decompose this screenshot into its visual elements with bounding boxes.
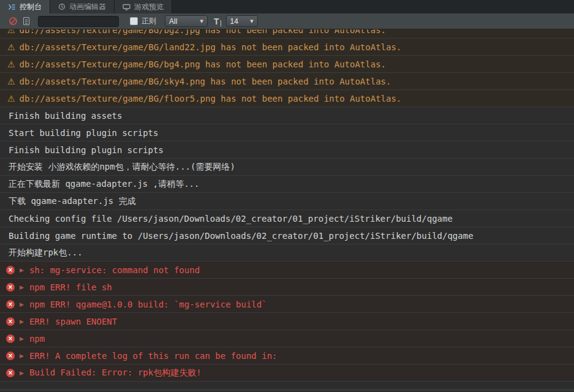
warning-icon: ⚠ bbox=[7, 94, 15, 103]
error-icon: × bbox=[6, 300, 15, 309]
error-icon: × bbox=[6, 266, 15, 274]
log-message: 下载 qgame-adapter.js 完成 bbox=[9, 196, 136, 207]
console-toolbar: 正则 All ▼ T 14 ▼ bbox=[0, 13, 574, 29]
log-row-info[interactable]: Checking config file /Users/jason/Downlo… bbox=[0, 210, 574, 227]
log-message: Build Failed: Error: rpk包构建失败! bbox=[29, 368, 202, 379]
chevron-down-icon: ▼ bbox=[250, 19, 253, 24]
collapse-log-button[interactable] bbox=[20, 15, 33, 28]
expand-arrow-icon[interactable]: ▶ bbox=[20, 318, 24, 325]
clear-console-button[interactable] bbox=[6, 15, 20, 28]
log-row-warn[interactable]: ⚠db://assets/Texture/game/BG/land22.jpg … bbox=[0, 39, 574, 56]
log-row-info[interactable]: 正在下载最新 qgame-adapter.js ,请稍等... bbox=[0, 176, 574, 193]
warning-icon: ⚠ bbox=[7, 43, 15, 51]
tab-label: 控制台 bbox=[20, 2, 42, 12]
log-message: npm bbox=[29, 334, 45, 344]
log-row-error[interactable]: ×▶ERR! spawn ENOENT bbox=[0, 313, 574, 330]
log-row-info[interactable]: 下载 qgame-adapter.js 完成 bbox=[0, 193, 574, 210]
log-message: 开始安装 小游戏依赖的npm包，请耐心等待...(需要网络) bbox=[9, 162, 235, 173]
document-icon bbox=[23, 17, 29, 25]
log-message: ERR! A complete log of this run can be f… bbox=[29, 351, 278, 361]
warning-icon: ⚠ bbox=[7, 60, 15, 69]
log-message: Building game runtime to /Users/jason/Do… bbox=[9, 231, 474, 241]
log-row-info[interactable]: Start building plugin scripts bbox=[0, 124, 574, 141]
clear-icon bbox=[9, 17, 17, 25]
log-row-warn[interactable]: ⚠db://assets/Texture/game/BG/sky4.png ha… bbox=[0, 73, 574, 90]
expand-arrow-icon[interactable]: ▶ bbox=[20, 267, 24, 273]
log-message: 开始构建rpk包... bbox=[9, 247, 83, 258]
log-row-error[interactable]: ×▶npm ERR! file sh bbox=[0, 279, 574, 296]
log-message: db://assets/Texture/game/BG/land22.jpg h… bbox=[20, 42, 402, 52]
log-message: 正在下载最新 qgame-adapter.js ,请稍等... bbox=[9, 179, 199, 190]
regex-label: 正则 bbox=[142, 16, 156, 26]
expand-arrow-icon[interactable]: ▶ bbox=[20, 353, 24, 359]
log-row-error[interactable]: ×▶npm ERR! qgame@1.0.0 build: `mg-servic… bbox=[0, 296, 574, 313]
log-row-info[interactable]: Finish building assets bbox=[0, 107, 574, 124]
log-message: db://assets/Texture/game/BG/bg2.jpg has … bbox=[20, 29, 386, 35]
log-message: Checking config file /Users/jason/Downlo… bbox=[9, 214, 453, 224]
log-list: ⚠db://assets/Texture/game/BG/bg2.jpg has… bbox=[0, 29, 574, 392]
log-row-warn[interactable]: ⚠db://assets/Texture/game/BG/bg2.jpg has… bbox=[0, 29, 574, 39]
log-row-warn[interactable]: ⚠db://assets/Texture/game/BG/floor5.png … bbox=[0, 90, 574, 107]
log-row-error[interactable]: ×▶ERR! A complete log of this run can be… bbox=[0, 347, 574, 364]
preview-icon bbox=[123, 4, 130, 10]
log-message: ERR! spawn ENOENT bbox=[29, 317, 117, 326]
log-row-error[interactable]: ×▶sh: mg-service: command not found bbox=[0, 262, 574, 279]
tab-console[interactable]: 控制台 bbox=[0, 0, 50, 13]
font-size-icon: T bbox=[214, 17, 221, 26]
error-icon: × bbox=[6, 317, 15, 326]
chevron-down-icon: ▼ bbox=[200, 19, 203, 24]
log-row-info[interactable]: 开始构建rpk包... bbox=[0, 244, 574, 262]
log-message: Finish building plugin scripts bbox=[9, 145, 164, 155]
error-icon: × bbox=[6, 283, 15, 292]
log-message: npm ERR! qgame@1.0.0 build: `mg-service … bbox=[29, 300, 267, 309]
warning-icon: ⚠ bbox=[7, 77, 15, 86]
font-size-select[interactable]: 14 ▼ bbox=[226, 15, 258, 27]
log-filter-select[interactable]: All ▼ bbox=[165, 15, 208, 27]
log-row-info[interactable]: Finish building plugin scripts bbox=[0, 141, 574, 159]
tab-game-preview[interactable]: 游戏预览 bbox=[115, 0, 172, 13]
log-message: db://assets/Texture/game/BG/bg4.png has … bbox=[20, 59, 386, 69]
tab-label: 游戏预览 bbox=[134, 2, 164, 12]
log-message: sh: mg-service: command not found bbox=[29, 265, 200, 275]
log-message: Start building plugin scripts bbox=[9, 128, 158, 138]
console-icon bbox=[8, 4, 16, 10]
warning-icon: ⚠ bbox=[7, 29, 15, 34]
log-row-info[interactable]: 开始安装 小游戏依赖的npm包，请耐心等待...(需要网络) bbox=[0, 159, 574, 176]
log-row-error[interactable]: ×▶npm bbox=[0, 330, 574, 347]
animation-icon bbox=[58, 3, 66, 10]
tab-label: 动画编辑器 bbox=[69, 2, 106, 12]
tab-animation-editor[interactable]: 动画编辑器 bbox=[50, 0, 115, 13]
error-icon: × bbox=[6, 369, 15, 377]
search-input[interactable] bbox=[38, 16, 119, 27]
error-icon: × bbox=[6, 334, 15, 343]
log-row-warn[interactable]: ⚠db://assets/Texture/game/BG/bg4.png has… bbox=[0, 56, 574, 73]
expand-arrow-icon[interactable]: ▶ bbox=[20, 370, 24, 376]
font-size-value: 14 bbox=[230, 17, 238, 26]
error-icon: × bbox=[6, 352, 15, 360]
expand-arrow-icon[interactable]: ▶ bbox=[20, 336, 24, 342]
log-message: db://assets/Texture/game/BG/sky4.png has… bbox=[20, 77, 391, 86]
log-row-info[interactable]: Building game runtime to /Users/jason/Do… bbox=[0, 227, 574, 244]
regex-checkbox[interactable] bbox=[130, 17, 138, 25]
log-row-error[interactable]: ×▶Build Failed: Error: rpk包构建失败! bbox=[0, 364, 574, 382]
log-message: db://assets/Texture/game/BG/floor5.png h… bbox=[20, 94, 402, 104]
log-message: Finish building assets bbox=[9, 111, 122, 121]
bottom-divider bbox=[0, 390, 574, 390]
expand-arrow-icon[interactable]: ▶ bbox=[20, 284, 24, 290]
expand-arrow-icon[interactable]: ▶ bbox=[20, 301, 24, 307]
log-filter-value: All bbox=[169, 17, 177, 26]
tab-bar: 控制台动画编辑器游戏预览 bbox=[0, 0, 574, 13]
log-message: npm ERR! file sh bbox=[29, 282, 112, 292]
